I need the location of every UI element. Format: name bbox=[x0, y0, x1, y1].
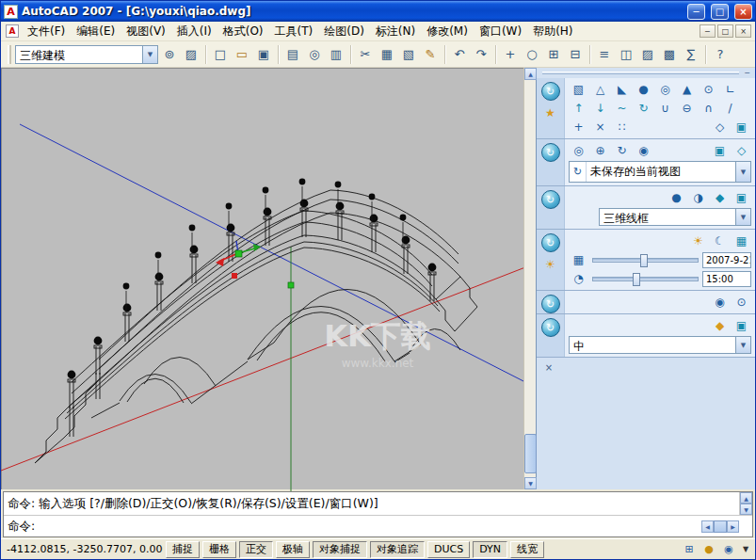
command-input-row[interactable]: 命令: ◀ ▶ bbox=[4, 516, 752, 536]
material-quality-combobox[interactable]: 中 ▼ bbox=[569, 336, 751, 354]
visual-style-combobox[interactable]: 三维线框 ▼ bbox=[599, 208, 751, 226]
3d-make-star-icon[interactable]: ★ bbox=[540, 104, 560, 121]
command-scroll-right-icon[interactable]: ▶ bbox=[727, 520, 739, 533]
menu-format[interactable]: 格式(O) bbox=[217, 22, 269, 41]
tray-settings-icon[interactable]: ⊞ bbox=[681, 541, 698, 558]
sun-date-slider-thumb[interactable] bbox=[640, 254, 648, 267]
copy-icon[interactable]: ▦ bbox=[377, 44, 397, 65]
sun-time-slider[interactable] bbox=[592, 277, 699, 281]
materials-control-icon[interactable]: ↻ bbox=[541, 318, 560, 337]
presspull-icon[interactable]: ↓ bbox=[590, 100, 610, 117]
sun-date-slider[interactable] bbox=[592, 258, 699, 263]
dashboard-close-icon[interactable]: × bbox=[542, 360, 555, 374]
shade-mode-icon[interactable]: ◑ bbox=[688, 189, 708, 206]
toggle-lineweight[interactable]: 线宽 bbox=[510, 541, 544, 558]
slice-icon[interactable]: / bbox=[720, 100, 740, 117]
sun-time-slider-thumb[interactable] bbox=[633, 273, 640, 286]
scroll-up-icon[interactable]: ▲ bbox=[524, 68, 537, 80]
dashboard-grip[interactable]: ─ bbox=[537, 68, 755, 78]
sphere-primitive-icon[interactable]: ● bbox=[634, 81, 653, 98]
named-view-combobox[interactable]: ↻ 未保存的当前视图 ▼ bbox=[569, 161, 751, 183]
revolve-icon[interactable]: ↻ bbox=[634, 100, 653, 117]
undo-icon[interactable]: ↶ bbox=[449, 44, 470, 65]
plot-icon[interactable]: ▤ bbox=[282, 44, 303, 65]
menu-insert[interactable]: 插入(I) bbox=[171, 22, 217, 41]
match-properties-icon[interactable]: ✎ bbox=[420, 44, 441, 65]
tool-palettes-icon[interactable]: ▨ bbox=[637, 44, 658, 65]
cylinder-primitive-icon[interactable]: ◎ bbox=[655, 81, 675, 98]
material-quality-dropdown-arrow[interactable]: ▼ bbox=[735, 337, 750, 353]
intersect-icon[interactable]: ∩ bbox=[699, 100, 718, 117]
sun-status-toggle-icon[interactable]: ☀ bbox=[688, 232, 708, 249]
extrude-icon[interactable]: ↑ bbox=[569, 100, 588, 117]
command-scroll-left-icon[interactable]: ◀ bbox=[701, 520, 714, 533]
sun-date-field[interactable]: 2007-9-21 bbox=[702, 252, 751, 268]
orbit-icon[interactable]: ◎ bbox=[569, 142, 588, 159]
3d-navigate-control-icon[interactable]: ↻ bbox=[541, 143, 560, 162]
help-icon[interactable]: ? bbox=[710, 44, 731, 65]
drawing-viewport[interactable]: KK下载 www.kkx.net ▲ ▼ bbox=[1, 68, 536, 489]
toggle-snap[interactable]: 捕捉 bbox=[166, 541, 200, 558]
sweep-icon[interactable]: ~ bbox=[612, 100, 632, 117]
menu-tools[interactable]: 工具(T) bbox=[269, 22, 319, 41]
point-light-icon[interactable]: ◉ bbox=[710, 294, 730, 311]
moon-icon[interactable]: ☾ bbox=[710, 232, 730, 249]
sky-icon[interactable]: ▦ bbox=[732, 232, 751, 249]
menu-dimension[interactable]: 标注(N) bbox=[370, 22, 421, 41]
sheetset-manager-icon[interactable]: ▩ bbox=[659, 44, 680, 65]
workspace-palette-icon[interactable]: ▨ bbox=[181, 44, 201, 65]
menu-help[interactable]: 帮助(H) bbox=[527, 22, 578, 41]
shaded-sphere-icon[interactable]: ● bbox=[667, 189, 686, 206]
toggle-ducs[interactable]: DUCS bbox=[427, 541, 470, 558]
motion-path-icon[interactable]: ◇ bbox=[732, 142, 751, 159]
3d-make-control-icon[interactable]: ↻ bbox=[541, 82, 560, 101]
sun-icon[interactable]: ☀ bbox=[540, 256, 560, 273]
menu-window[interactable]: 窗口(W) bbox=[474, 22, 527, 41]
union-icon[interactable]: ∪ bbox=[655, 100, 675, 117]
material-apply-icon[interactable]: ◆ bbox=[710, 317, 730, 334]
menu-view[interactable]: 视图(V) bbox=[121, 22, 171, 41]
zoom-realtime-icon[interactable]: ○ bbox=[522, 44, 542, 65]
toggle-dyn[interactable]: DYN bbox=[473, 541, 507, 558]
open-icon[interactable]: ▭ bbox=[232, 44, 252, 65]
plot-preview-icon[interactable]: ◎ bbox=[304, 44, 325, 65]
scroll-thumb[interactable] bbox=[524, 434, 537, 473]
torus-primitive-icon[interactable]: ⊙ bbox=[699, 81, 718, 98]
scroll-down-icon[interactable]: ▼ bbox=[524, 477, 537, 489]
pan-icon[interactable]: + bbox=[500, 44, 521, 65]
3d-align-icon[interactable]: ◇ bbox=[710, 119, 730, 136]
qnew-icon[interactable]: □ bbox=[210, 44, 231, 65]
properties-icon[interactable]: ≡ bbox=[594, 44, 615, 65]
dashboard-collapse-icon[interactable]: ─ bbox=[745, 69, 749, 77]
mdi-restore-button[interactable]: □ bbox=[717, 24, 733, 38]
toggle-polar[interactable]: 极轴 bbox=[276, 541, 310, 558]
menu-file[interactable]: 文件(F) bbox=[22, 22, 71, 41]
publish-icon[interactable]: ▥ bbox=[326, 44, 346, 65]
command-scroll-up-icon[interactable]: ▲ bbox=[740, 492, 752, 504]
subtract-icon[interactable]: ⊖ bbox=[677, 100, 697, 117]
edge-mode-icon[interactable]: ◆ bbox=[710, 189, 730, 206]
toggle-ortho[interactable]: 正交 bbox=[239, 541, 273, 558]
drawing-document-icon[interactable]: A bbox=[6, 24, 19, 38]
workspace-dropdown-arrow[interactable]: ▼ bbox=[142, 46, 157, 63]
fly-icon[interactable]: ◉ bbox=[634, 142, 653, 159]
3d-array-icon[interactable]: ∷ bbox=[612, 119, 632, 136]
polysolid-icon[interactable]: ∟ bbox=[720, 81, 740, 98]
mdi-minimize-button[interactable]: ─ bbox=[700, 24, 716, 38]
menu-draw[interactable]: 绘图(D) bbox=[318, 22, 370, 41]
command-scrollbar[interactable]: ▲ ▼ bbox=[739, 492, 752, 515]
wedge-primitive-icon[interactable]: ◣ bbox=[612, 81, 632, 98]
visual-style-control-icon[interactable]: ↻ bbox=[541, 190, 560, 209]
save-icon[interactable]: ▣ bbox=[253, 44, 274, 65]
spot-light-icon[interactable]: ⊙ bbox=[732, 294, 751, 311]
maximize-button[interactable]: □ bbox=[711, 4, 729, 20]
command-prompt-text[interactable]: 命令: bbox=[8, 519, 701, 535]
command-hscroll[interactable]: ◀ ▶ bbox=[701, 520, 739, 533]
walk-icon[interactable]: ↻ bbox=[612, 142, 632, 159]
toggle-grid[interactable]: 栅格 bbox=[202, 541, 236, 558]
style-panel-icon[interactable]: ▣ bbox=[732, 189, 751, 206]
zoom-window-icon[interactable]: ⊞ bbox=[543, 44, 564, 65]
named-view-dropdown-arrow[interactable]: ▼ bbox=[735, 162, 750, 182]
redo-icon[interactable]: ↷ bbox=[471, 44, 491, 65]
lock-icon[interactable]: ● bbox=[700, 541, 717, 558]
